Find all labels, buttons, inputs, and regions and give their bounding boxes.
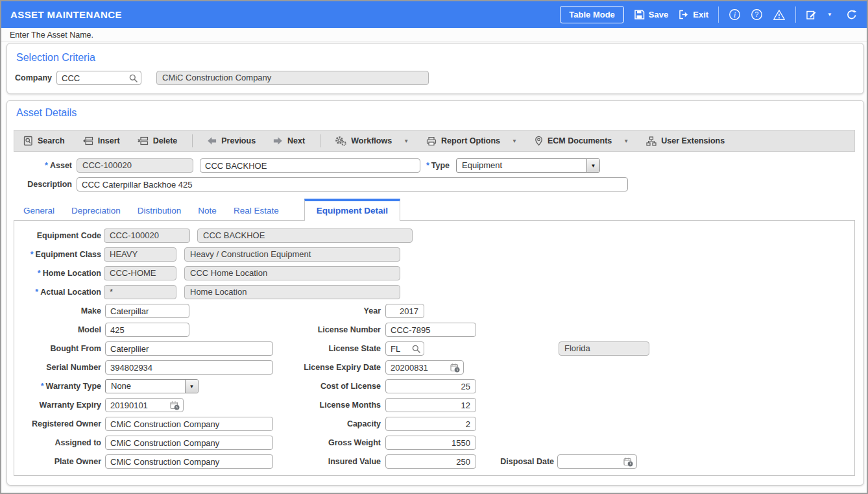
bought-from-input[interactable] [105,341,273,356]
insured-value-input[interactable] [385,454,476,469]
capacity-label: Capacity [287,417,381,431]
license-months-input[interactable] [385,398,476,412]
license-state-input-field[interactable] [391,344,409,354]
svg-text:i: i [734,11,736,19]
warranty-expiry-input[interactable] [105,398,184,412]
registered-owner-input[interactable] [105,417,273,431]
exit-button[interactable]: Exit [678,9,708,20]
save-button[interactable]: Save [634,9,668,20]
gross-weight-input[interactable] [385,436,476,450]
asset-name-input[interactable] [200,158,420,173]
cost-of-license-input-field[interactable] [391,382,472,391]
warranty-type-select[interactable]: None ▼ [105,379,199,393]
next-button[interactable]: Next [273,136,305,145]
search-icon[interactable] [412,345,420,353]
tab-depreciation[interactable]: Depreciation [71,206,121,221]
tab-note[interactable]: Note [198,206,217,221]
description-input-field[interactable] [82,180,624,190]
tab-general[interactable]: General [23,206,54,221]
next-label: Next [287,136,305,145]
assigned-to-input-field[interactable] [110,438,269,448]
save-label: Save [649,10,668,19]
insured-value-input-field[interactable] [391,457,472,467]
selection-criteria-section: Selection Criteria Company CMiC Construc… [6,43,864,94]
ecm-documents-button[interactable]: ECM Documents ▼ [535,136,629,146]
equipment-code-field: CCC-100020 [104,228,190,243]
type-select[interactable]: Equipment ▼ [456,158,600,173]
insert-icon [82,136,93,145]
license-number-input[interactable] [385,323,476,337]
user-extensions-button[interactable]: User Extensions [646,136,725,146]
plate-owner-input-field[interactable] [110,457,269,467]
delete-button[interactable]: Delete [138,136,178,145]
make-input[interactable] [105,304,189,318]
year-input-field[interactable] [391,306,420,316]
warranty-expiry-input-field[interactable] [110,401,167,410]
actual-location-field: * [104,285,176,299]
info-icon[interactable]: i [729,8,741,21]
description-label: Description [7,177,72,191]
registered-owner-input-field[interactable] [110,419,269,429]
search-icon[interactable] [129,74,138,82]
chevron-down-icon[interactable]: ▼ [185,380,198,393]
chevron-down-icon[interactable]: ▼ [512,138,517,144]
gross-weight-label: Gross Weight [287,436,381,450]
license-number-input-field[interactable] [391,325,472,335]
license-expiry-input-field[interactable] [391,363,448,373]
workflows-button[interactable]: Workflows ▼ [335,136,409,146]
disposal-date-input[interactable] [557,454,637,469]
serial-number-label: Serial Number [26,360,101,375]
search-label: Search [38,136,65,145]
description-input[interactable] [77,177,628,191]
report-options-button[interactable]: Report Options ▼ [426,136,517,146]
model-input[interactable] [105,323,189,337]
refresh-icon[interactable] [846,9,858,21]
table-mode-button[interactable]: Table Mode [560,6,624,23]
license-months-input-field[interactable] [391,401,472,410]
help-icon[interactable]: ? [751,8,763,21]
equipment-code-desc-field: CCC BACKHOE [197,228,413,243]
company-input-field[interactable] [62,73,127,83]
tab-equipment-detail[interactable]: Equipment Detail [304,199,400,221]
actual-location-label: *Actual Location [26,285,101,299]
company-name-field: CMiC Construction Company [156,71,429,85]
license-state-input[interactable] [385,341,424,356]
delete-label: Delete [153,136,178,145]
warranty-type-label: *Warranty Type [26,379,101,393]
chevron-down-icon[interactable]: ▼ [404,138,409,144]
bought-from-input-field[interactable] [110,344,269,354]
asset-name-input-field[interactable] [205,161,416,171]
insert-label: Insert [98,136,120,145]
chevron-down-icon[interactable]: ▼ [623,138,629,144]
company-input[interactable] [56,71,141,85]
make-input-field[interactable] [110,306,186,316]
previous-button[interactable]: Previous [207,136,256,145]
license-expiry-input[interactable] [385,360,464,375]
header-separator [718,6,719,23]
model-input-field[interactable] [110,325,186,335]
warning-icon[interactable] [773,9,786,21]
assigned-to-input[interactable] [105,436,273,450]
gross-weight-input-field[interactable] [391,438,472,448]
year-input[interactable] [385,304,424,318]
edit-icon[interactable] [806,9,817,21]
tab-real-estate[interactable]: Real Estate [234,206,279,221]
tab-distribution[interactable]: Distribution [138,206,182,221]
calendar-icon[interactable] [450,363,460,373]
home-location-desc-field: CCC Home Location [184,266,400,280]
serial-number-input-field[interactable] [110,363,269,373]
capacity-input[interactable] [385,417,476,431]
calendar-icon[interactable] [623,457,633,467]
chevron-down-icon[interactable]: ▼ [586,159,599,172]
cost-of-license-label: Cost of License [287,379,381,393]
search-button[interactable]: Search [23,136,65,146]
insert-button[interactable]: Insert [82,136,120,145]
calendar-icon[interactable] [170,401,180,410]
serial-number-input[interactable] [105,360,273,375]
cost-of-license-input[interactable] [385,379,476,393]
actual-location-desc-field: Home Location [184,285,400,299]
disposal-date-input-field[interactable] [562,457,621,467]
capacity-input-field[interactable] [391,419,472,429]
plate-owner-input[interactable] [105,454,273,469]
caret-down-icon[interactable]: ▼ [827,12,832,18]
